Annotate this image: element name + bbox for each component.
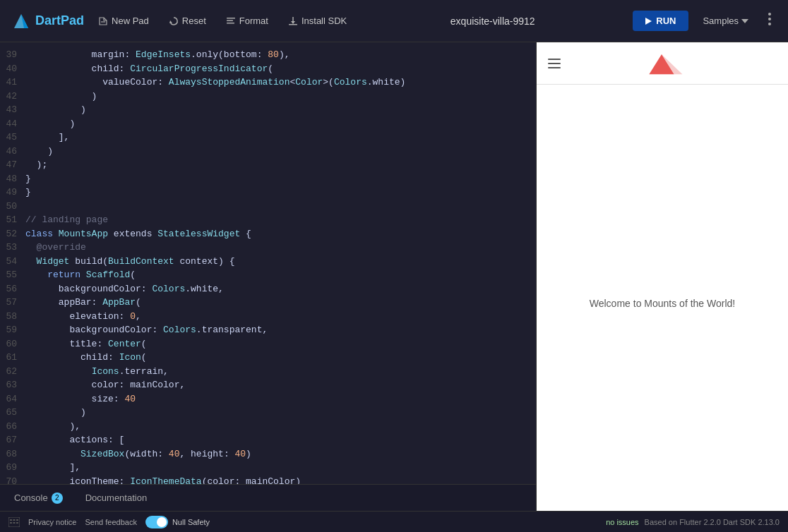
line-content: ], (25, 461, 536, 475)
svg-rect-22 (16, 522, 18, 524)
line-content: ) (25, 145, 536, 159)
more-icon (768, 13, 771, 25)
code-line: 54 Widget build(BuildContext context) { (0, 255, 536, 269)
format-icon (226, 16, 236, 26)
new-pad-icon (98, 16, 108, 26)
line-content: backgroundColor: Colors.transparent, (25, 323, 536, 337)
line-number: 65 (0, 406, 25, 420)
line-content: color: mainColor, (25, 378, 536, 392)
code-line: 43 ) (0, 103, 536, 117)
code-line: 53 @override (0, 241, 536, 255)
more-options-button[interactable] (763, 10, 777, 32)
line-number: 63 (0, 378, 25, 392)
line-number: 66 (0, 420, 25, 434)
null-safety-toggle[interactable] (145, 516, 168, 528)
line-number: 45 (0, 131, 25, 145)
chevron-down-icon (741, 19, 748, 23)
project-title: exquisite-villa-9912 (361, 16, 624, 27)
hamburger-icon[interactable] (548, 59, 561, 68)
null-safety-toggle-container: Null Safety (145, 516, 210, 528)
line-number: 53 (0, 241, 25, 255)
code-line: 64 size: 40 (0, 392, 536, 406)
format-label: Format (239, 16, 268, 26)
line-content: actions: [ (25, 433, 536, 447)
code-line: 61 child: Icon( (0, 351, 536, 365)
line-content: class MountsApp extends StatelessWidget … (25, 227, 536, 241)
code-line: 50 (0, 200, 536, 214)
titlebar: DartPad New Pad Reset Format Install SD (0, 0, 788, 42)
line-content: ) (25, 117, 536, 131)
line-content: appBar: AppBar( (25, 296, 536, 310)
line-content: // landing page (25, 213, 536, 227)
line-content: } (25, 172, 536, 186)
samples-button[interactable]: Samples (697, 11, 754, 30)
svg-rect-6 (227, 23, 234, 24)
line-content: @override (25, 241, 536, 255)
console-tab-label: Console (14, 492, 48, 503)
reset-label: Reset (182, 16, 206, 26)
svg-rect-20 (10, 522, 12, 524)
svg-rect-17 (10, 519, 12, 521)
app-name: DartPad (35, 13, 84, 28)
line-number: 67 (0, 433, 25, 447)
run-label: RUN (656, 16, 676, 26)
line-content: Icons.terrain, (25, 365, 536, 379)
svg-rect-21 (13, 522, 16, 524)
code-line: 39 margin: EdgeInsets.only(bottom: 80), (0, 48, 536, 62)
line-number: 68 (0, 447, 25, 461)
line-number: 49 (0, 186, 25, 200)
code-line: 46 ) (0, 145, 536, 159)
run-button[interactable]: RUN (633, 11, 688, 31)
statusbar: Privacy notice Send feedback Null Safety… (0, 511, 788, 532)
svg-point-11 (768, 13, 771, 16)
dartpad-logo-icon (11, 11, 31, 31)
send-feedback-button[interactable]: Send feedback (85, 518, 136, 526)
code-line: 66 ), (0, 420, 536, 434)
svg-rect-4 (227, 18, 235, 19)
line-number: 46 (0, 145, 25, 159)
code-line: 55 return Scaffold( (0, 268, 536, 282)
documentation-tab[interactable]: Documentation (80, 490, 153, 506)
line-content: ), (25, 420, 536, 434)
line-content: ); (25, 158, 536, 172)
code-line: 59 backgroundColor: Colors.transparent, (0, 323, 536, 337)
line-content: SizedBox(width: 40, height: 40) (25, 447, 536, 461)
reset-button[interactable]: Reset (163, 11, 212, 30)
welcome-message: Welcome to Mounts of the World! (590, 298, 735, 309)
svg-rect-19 (16, 519, 18, 521)
install-sdk-icon (288, 16, 298, 26)
line-number: 51 (0, 213, 25, 227)
line-content: backgroundColor: Colors.white, (25, 282, 536, 296)
code-editor[interactable]: 39 margin: EdgeInsets.only(bottom: 80),4… (0, 42, 536, 484)
line-number: 43 (0, 103, 25, 117)
privacy-notice-button[interactable]: Privacy notice (28, 518, 76, 526)
new-pad-button[interactable]: New Pad (92, 11, 155, 30)
install-sdk-button[interactable]: Install SDK (282, 11, 352, 30)
line-number: 41 (0, 75, 25, 90)
bottom-tabs: Console 2 Documentation (0, 484, 536, 511)
mountain-logo-icon (640, 49, 683, 78)
svg-marker-10 (741, 19, 748, 23)
line-number: 58 (0, 310, 25, 324)
line-content: ) (25, 103, 536, 117)
code-line: 57 appBar: AppBar( (0, 296, 536, 310)
reset-icon (169, 16, 179, 26)
line-number: 40 (0, 62, 25, 76)
line-number: 70 (0, 475, 25, 485)
format-button[interactable]: Format (220, 11, 274, 30)
line-content: elevation: 0, (25, 310, 536, 324)
line-content: size: 40 (25, 392, 536, 406)
editor-pane: 39 margin: EdgeInsets.only(bottom: 80),4… (0, 42, 537, 511)
install-sdk-label: Install SDK (302, 16, 347, 26)
svg-marker-8 (291, 21, 295, 24)
null-safety-label: Null Safety (172, 518, 210, 526)
line-number: 55 (0, 268, 25, 282)
svg-rect-9 (289, 24, 297, 25)
line-content: title: Center( (25, 337, 536, 351)
line-number: 56 (0, 282, 25, 296)
preview-pane: Welcome to Mounts of the World! (537, 42, 788, 511)
line-number: 61 (0, 351, 25, 365)
console-tab[interactable]: Console 2 (8, 490, 68, 507)
keyboard-icon (8, 517, 20, 527)
run-icon (645, 18, 652, 25)
